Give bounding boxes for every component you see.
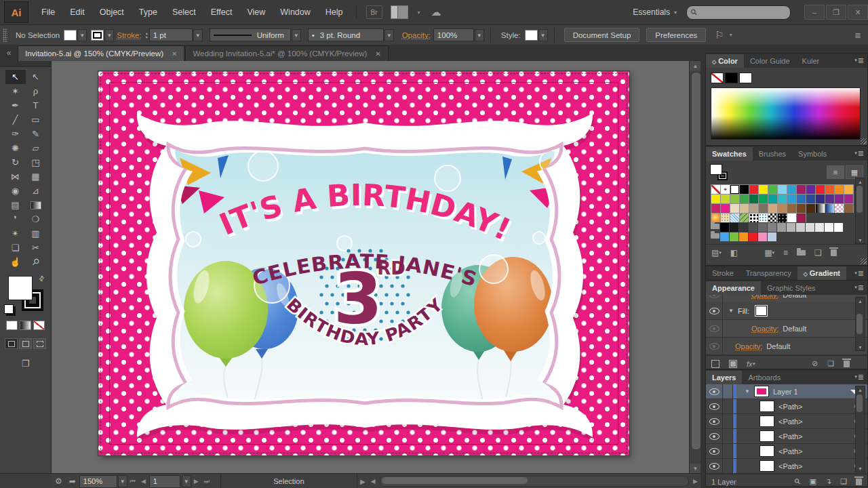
color-group-folder-icon[interactable]	[711, 232, 719, 241]
panel-tab[interactable]: ◇Graphic Styles	[761, 281, 822, 295]
add-effect-icon[interactable]: fx▾	[747, 360, 755, 368]
white-color-chip[interactable]	[739, 73, 752, 83]
blob-brush-tool[interactable]: ✺	[5, 141, 26, 155]
visibility-eye-icon[interactable]	[709, 463, 719, 470]
document-tab[interactable]: Wedding Invitation-5.ai* @ 100% (CMYK/Pr…	[185, 45, 388, 61]
vertical-scroll-thumb[interactable]	[691, 72, 701, 450]
visibility-eye-icon[interactable]	[709, 388, 719, 395]
horizontal-scroll-thumb[interactable]	[382, 477, 528, 484]
scroll-down-icon[interactable]: ▼	[690, 464, 701, 473]
new-swatch-icon[interactable]: ❏	[814, 248, 822, 258]
gradient-tool[interactable]	[26, 198, 46, 212]
visibility-eye-icon[interactable]	[709, 403, 719, 410]
path-thumbnail[interactable]	[760, 445, 774, 457]
drag-grip[interactable]	[3, 28, 7, 42]
layer-label[interactable]: <Path>	[778, 462, 802, 470]
clipping-mask-icon[interactable]: ▣	[810, 477, 816, 486]
menu-item[interactable]: Type	[132, 7, 165, 17]
cs-live-cloud-icon[interactable]: ☁	[431, 6, 441, 18]
canvas[interactable]: 3 RD IT'S A BIRTHDAY! IT'S A BIRTHDAY! C…	[52, 61, 689, 473]
bridge-icon[interactable]: Br	[366, 5, 382, 19]
mesh-tool[interactable]: ▤	[5, 198, 26, 212]
swatch[interactable]	[778, 214, 787, 222]
color-mode-button[interactable]	[6, 321, 18, 330]
path-row[interactable]: <Path>	[706, 429, 867, 444]
panel-menu-icon[interactable]: ≣	[854, 373, 864, 382]
scroll-thumb[interactable]	[856, 314, 863, 334]
delete-layer-icon[interactable]	[856, 479, 862, 485]
rotate-tool[interactable]: ↻	[5, 155, 26, 169]
brush-definition-select[interactable]: •3 pt. Round	[308, 28, 384, 41]
fill-stroke-indicator[interactable]: ⇄	[8, 276, 43, 311]
menu-item[interactable]: View	[239, 7, 273, 17]
swatch[interactable]	[768, 232, 776, 241]
path-thumbnail[interactable]	[760, 460, 774, 472]
swatch[interactable]	[749, 185, 758, 194]
locate-object-icon[interactable]: ⚲	[793, 476, 803, 487]
swatch[interactable]	[749, 214, 758, 222]
swatch[interactable]	[816, 195, 825, 203]
swatch[interactable]	[758, 232, 767, 241]
opacity-link[interactable]: Opacity:	[751, 325, 778, 333]
close-tab-icon[interactable]: ✕	[375, 50, 380, 58]
stroke-weight-field[interactable]: 1 pt	[149, 28, 193, 41]
next-artboard-icon[interactable]: ▶	[194, 478, 199, 485]
menu-item[interactable]: Effect	[203, 7, 240, 17]
swatch[interactable]	[730, 195, 739, 203]
panel-tab[interactable]: ◇Gradient	[797, 266, 846, 280]
menu-item[interactable]: Object	[92, 7, 132, 17]
stroke-link[interactable]: Stroke:	[117, 31, 141, 39]
path-row[interactable]: <Path>	[706, 459, 867, 474]
perspective-grid-tool[interactable]: ⊿	[26, 184, 46, 198]
search-input[interactable]: ⚲	[686, 5, 791, 20]
preferences-button[interactable]: Preferences	[646, 28, 706, 42]
swatch[interactable]	[759, 204, 768, 213]
chevron-down-icon[interactable]: ▾	[193, 29, 203, 41]
width-tool[interactable]: ⋈	[5, 169, 26, 184]
visibility-eye-icon[interactable]	[709, 325, 719, 332]
draw-behind-button[interactable]	[19, 338, 32, 349]
swatch[interactable]	[797, 195, 806, 203]
previous-artboard-icon[interactable]: ◀	[141, 478, 146, 485]
panel-tab[interactable]: ◇Kuler	[796, 54, 826, 68]
swatch[interactable]	[720, 223, 729, 232]
resize-grip[interactable]	[861, 258, 867, 264]
chevron-down-icon[interactable]: ▾	[77, 29, 87, 41]
swatch[interactable]	[777, 223, 786, 232]
list-view-button[interactable]: ≡	[827, 165, 844, 179]
clear-appearance-icon[interactable]: ⊘	[812, 359, 818, 368]
appearance-scrollbar[interactable]: ▲ ▼	[855, 297, 865, 351]
swatch-libraries-icon[interactable]: ▤▾	[711, 248, 722, 258]
scroll-left-icon[interactable]: ◀	[371, 478, 376, 485]
panel-tab[interactable]: ◇Symbols	[792, 147, 833, 161]
width-profile-select[interactable]: Uniform	[210, 28, 291, 41]
swatch[interactable]	[797, 185, 806, 194]
pencil-tool[interactable]: ✎	[26, 127, 46, 141]
scroll-thumb[interactable]	[856, 186, 863, 213]
panel-tab[interactable]: ◇Stroke	[706, 266, 740, 280]
chevron-down-icon[interactable]: ▾	[104, 29, 114, 41]
artboard-number-field[interactable]: 1	[149, 475, 180, 488]
duplicate-item-icon[interactable]: ❏	[827, 359, 834, 368]
swatch[interactable]	[749, 223, 757, 232]
document-setup-button[interactable]: Document Setup	[564, 28, 640, 42]
draw-normal-button[interactable]	[5, 338, 18, 349]
swatch[interactable]	[844, 204, 853, 213]
draw-inside-button[interactable]	[33, 338, 46, 349]
swatch[interactable]	[749, 195, 758, 203]
menu-item[interactable]: Edit	[62, 7, 92, 17]
swatch[interactable]	[759, 195, 768, 203]
swatch[interactable]	[740, 204, 749, 213]
panel-menu-icon[interactable]: ≣	[854, 269, 864, 278]
lock-cell[interactable]	[723, 384, 733, 399]
layer-label[interactable]: <Path>	[778, 418, 802, 426]
scroll-right-icon[interactable]: ▶	[693, 478, 698, 485]
horizontal-scroll-track[interactable]	[380, 476, 690, 487]
layer-label[interactable]: Layer 1	[773, 388, 798, 396]
disclosure-icon[interactable]: ▼	[745, 388, 750, 394]
document-tab[interactable]: Invitation-5.ai @ 150% (CMYK/Preview) ✕	[18, 45, 184, 61]
panel-tab[interactable]: ◇Brushes	[753, 147, 792, 161]
preferences-gear-icon[interactable]: ⚙	[55, 476, 62, 486]
chevron-down-icon[interactable]: ▾	[384, 29, 394, 41]
swatch[interactable]	[787, 214, 796, 222]
